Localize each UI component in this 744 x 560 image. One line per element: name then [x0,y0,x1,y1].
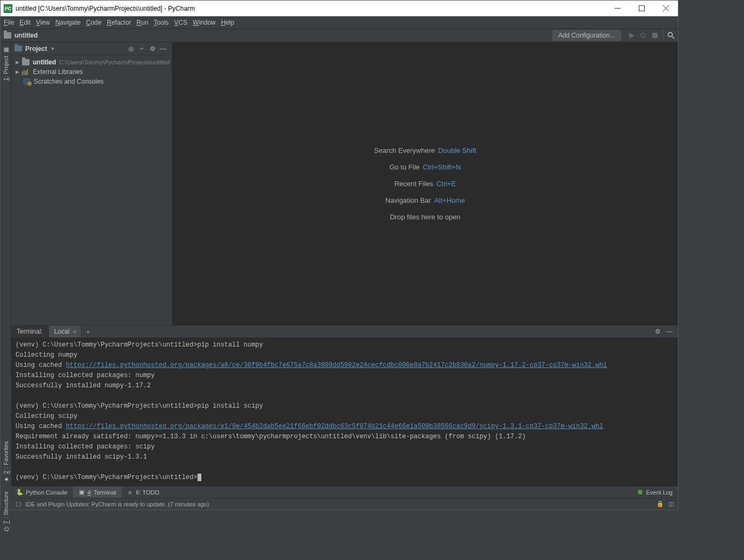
terminal-link[interactable]: https://files.pythonhosted.org/packages/… [66,362,607,369]
editor-hint: Recent FilesCtrl+E [395,180,456,188]
editor-empty-state: Search EverywhereDouble ShiftGo to FileC… [172,42,678,325]
scratches-icon [23,78,31,85]
menu-vcs[interactable]: VCS [174,19,187,26]
event-log-tab[interactable]: Event Log [638,489,678,496]
lock-icon[interactable]: 🔒 [657,500,664,507]
app-icon: PC [4,4,12,13]
structure-toolwindow-tab[interactable]: ⌬ 7: Structure [1,487,11,536]
tab-label: 4: Terminal [87,489,116,496]
tree-label: External Libraries [33,68,83,76]
close-icon[interactable]: ✕ [72,329,77,335]
project-icon [14,46,22,51]
project-sidebar-header: Project ▼ ◎ ÷ ⚙ — [11,42,172,55]
new-terminal-button[interactable]: ＋ [82,327,94,336]
menu-edit[interactable]: Edit [19,19,31,26]
editor-hint: Search EverywhereDouble Shift [374,146,476,154]
menubar: FileEditViewNavigateCodeRefactorRunTools… [1,17,678,29]
statusbar: ▢ IDE and Plugin Updates: PyCharm is rea… [11,498,678,510]
menu-refactor[interactable]: Refactor [107,19,131,26]
tab-label: Python Console [26,489,68,496]
menu-file[interactable]: File [4,19,14,26]
svg-marker-4 [629,33,634,39]
tree-label: Scratches and Consoles [34,78,104,85]
folder-icon [22,59,30,65]
terminal-tab[interactable]: ▣ 4: Terminal [73,487,122,498]
hide-icon[interactable]: — [158,45,169,53]
python-icon: 🐍 [17,489,23,496]
terminal-title: Terminal: [11,326,49,337]
project-sidebar: Project ▼ ◎ ÷ ⚙ — ▶ untitled C:\Use [11,42,172,325]
search-icon[interactable] [663,30,675,41]
terminal-link[interactable]: https://files.pythonhosted.org/packages/… [66,423,603,430]
terminal-tabbar: Terminal: Local ✕ ＋ ⚙ — [11,326,678,338]
status-icon: ▢ [16,500,21,507]
svg-point-5 [641,33,645,38]
chevron-right-icon[interactable]: ▶ [16,69,21,75]
svg-line-10 [672,36,674,39]
menu-run[interactable]: Run [136,19,148,26]
menu-code[interactable]: Code [86,19,101,26]
tree-node-scratches[interactable]: Scratches and Consoles [11,77,172,86]
chevron-right-icon[interactable]: ▶ [16,60,21,65]
debug-icon[interactable] [637,30,649,41]
svg-rect-8 [652,33,658,38]
terminal-icon: ▣ [78,489,85,496]
breadcrumb[interactable]: untitled [14,32,38,39]
hide-icon[interactable]: — [666,328,673,335]
menu-view[interactable]: View [36,19,50,26]
libraries-icon [22,69,30,75]
breadcrumb-toolbar: untitled Add Configuration... [1,29,678,42]
menu-tools[interactable]: Tools [154,19,169,26]
menu-help[interactable]: Help [221,19,235,26]
svg-rect-1 [639,6,645,11]
menu-window[interactable]: Window [193,19,216,26]
chevron-down-icon: ▼ [50,46,55,51]
terminal-tab-label: Local [54,328,70,335]
collapse-icon[interactable]: ÷ [136,45,147,53]
svg-point-9 [668,33,672,37]
project-dropdown[interactable]: Project [25,45,47,53]
tree-node-project[interactable]: ▶ untitled C:\Users\Tommy\PycharmProject… [11,57,172,67]
panels-icon[interactable]: ◫ [668,500,674,507]
window-title: untitled [C:\Users\Tommy\PycharmProjects… [16,5,606,12]
python-console-tab[interactable]: 🐍 Python Console [11,487,73,498]
minimize-button[interactable] [606,1,630,16]
terminal-tab-local[interactable]: Local ✕ [49,326,82,337]
editor-hint: Navigation BarAlt+Home [385,196,465,204]
gear-icon[interactable]: ⚙ [147,45,158,53]
favorites-toolwindow-tab[interactable]: ★ 2: Favorites [1,437,11,487]
tree-path: C:\Users\Tommy\PycharmProjects\untitled [59,59,170,65]
todo-icon: ≡ [127,489,133,496]
notification-dot-icon [638,490,643,495]
terminal-panel: Terminal: Local ✕ ＋ ⚙ — (venv) C:\Users\… [11,325,678,486]
tree-label: untitled [33,58,56,66]
folder-icon [4,32,11,39]
project-toolwindow-tab[interactable]: 1: Project ▦ [1,42,11,85]
maximize-button[interactable] [630,1,654,16]
pycharm-window: PC untitled [C:\Users\Tommy\PycharmProje… [0,0,679,510]
status-message: IDE and Plugin Updates: PyCharm is ready… [25,501,209,507]
left-gutter-bottom: ★ 2: Favorites ⌬ 7: Structure [1,375,11,536]
run-icon[interactable] [625,30,637,41]
terminal-output[interactable]: (venv) C:\Users\Tommy\PycharmProjects\un… [11,338,678,486]
project-tree[interactable]: ▶ untitled C:\Users\Tommy\PycharmProject… [11,55,172,89]
main-area: 1: Project ▦ Project ▼ ◎ ÷ ⚙ — [1,42,678,510]
menu-navigate[interactable]: Navigate [55,19,81,26]
tab-label: 6: TODO [136,489,159,496]
tree-node-external-libraries[interactable]: ▶ External Libraries [11,67,172,77]
todo-tab[interactable]: ≡ 6: TODO [121,487,165,498]
gear-icon[interactable]: ⚙ [655,328,661,335]
editor-hint: Go to FileCtrl+Shift+N [389,163,461,171]
bottom-toolbar: 🐍 Python Console ▣ 4: Terminal ≡ 6: TODO… [11,486,678,498]
tab-label: Event Log [646,489,673,496]
editor-hint: Drop files here to open [390,213,461,221]
add-configuration-button[interactable]: Add Configuration... [552,30,621,41]
locate-icon[interactable]: ◎ [126,45,136,53]
stop-icon[interactable] [649,30,661,41]
titlebar: PC untitled [C:\Users\Tommy\PycharmProje… [1,1,678,17]
close-button[interactable] [654,1,678,16]
